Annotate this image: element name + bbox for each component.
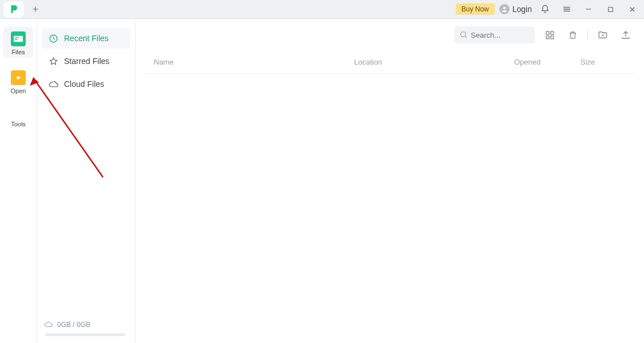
rail-item-open[interactable]: Open	[0, 70, 37, 94]
trash-icon	[568, 30, 578, 40]
maximize-button[interactable]	[602, 1, 619, 18]
clock-icon	[49, 34, 58, 43]
divider	[587, 30, 588, 40]
minimize-button[interactable]	[580, 1, 597, 18]
plus-icon	[31, 5, 39, 13]
rail-tools-label: Tools	[11, 121, 26, 127]
search-icon	[459, 30, 468, 41]
cloud-icon	[44, 320, 53, 329]
notifications-button[interactable]	[536, 1, 554, 18]
svg-rect-4	[15, 39, 18, 39]
sidebar-item-cloud[interactable]: Cloud Files	[42, 74, 130, 94]
new-folder-button[interactable]	[595, 27, 611, 43]
tools-icon	[13, 107, 24, 118]
titlebar: Buy Now Login	[0, 0, 644, 19]
svg-point-0	[503, 7, 506, 9]
star-icon	[49, 57, 58, 66]
upload-button[interactable]	[618, 27, 634, 43]
search-box	[455, 26, 535, 43]
storage-indicator: 0GB / 0GB	[37, 316, 135, 333]
avatar-icon	[499, 4, 510, 14]
column-opened[interactable]: Opened	[514, 58, 581, 66]
trash-button[interactable]	[565, 27, 581, 43]
sidebar-item-starred[interactable]: Starred Files	[42, 51, 130, 71]
grid-icon	[545, 30, 555, 40]
folder-plus-icon	[598, 30, 608, 40]
svg-rect-1	[608, 7, 613, 11]
app-tab[interactable]	[3, 2, 24, 17]
login-label: Login	[512, 5, 532, 14]
column-location[interactable]: Location	[354, 58, 514, 66]
login-button[interactable]: Login	[499, 4, 532, 14]
new-tab-button[interactable]	[27, 2, 43, 17]
rail-item-files[interactable]: Files	[3, 27, 33, 58]
svg-rect-7	[546, 31, 549, 34]
view-grid-button[interactable]	[542, 27, 558, 43]
bell-icon	[540, 5, 550, 14]
menu-button[interactable]	[558, 1, 575, 18]
upload-icon	[621, 30, 631, 40]
svg-point-6	[461, 32, 466, 37]
open-icon	[11, 70, 26, 85]
main-panel: Name Location Opened Size	[136, 19, 644, 343]
svg-rect-8	[550, 31, 553, 34]
svg-rect-3	[15, 37, 19, 38]
svg-rect-9	[546, 35, 549, 38]
rail-files-label: Files	[11, 49, 25, 55]
rail-open-label: Open	[11, 87, 26, 94]
cloud-icon	[49, 79, 58, 89]
storage-bar	[45, 333, 125, 336]
sidebar-item-label: Starred Files	[64, 57, 109, 66]
app-logo-icon	[9, 4, 19, 14]
files-icon	[11, 31, 26, 46]
column-size[interactable]: Size	[581, 58, 626, 66]
hamburger-icon	[562, 5, 571, 14]
close-button[interactable]	[623, 1, 641, 18]
toolbar	[136, 19, 644, 51]
column-headers: Name Location Opened Size	[144, 51, 636, 74]
column-name[interactable]: Name	[154, 58, 354, 66]
rail-item-tools[interactable]: Tools	[0, 107, 37, 127]
sidebar-item-label: Cloud Files	[64, 79, 104, 89]
storage-text: 0GB / 0GB	[57, 321, 90, 329]
nav-rail: Files Open Tools	[0, 19, 37, 343]
close-icon	[629, 6, 636, 13]
maximize-icon	[607, 6, 614, 13]
buy-now-button[interactable]: Buy Now	[456, 3, 495, 15]
sidebar-item-label: Recent Files	[64, 34, 109, 43]
sidebar: Recent Files Starred Files Cloud Files 0…	[37, 19, 136, 343]
minimize-icon	[585, 5, 593, 13]
svg-rect-10	[550, 35, 553, 38]
sidebar-item-recent[interactable]: Recent Files	[42, 28, 130, 49]
